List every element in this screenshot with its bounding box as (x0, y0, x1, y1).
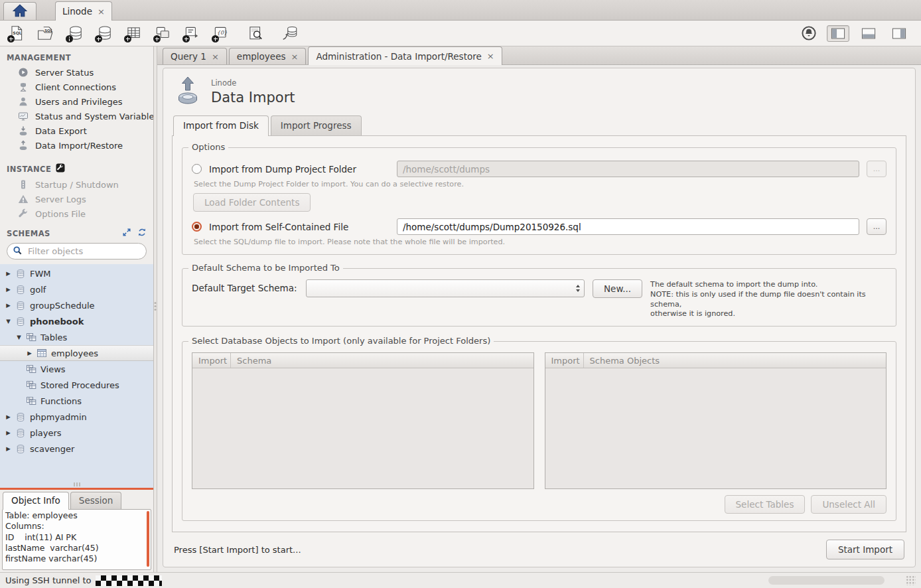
sidebar-item-client-connections[interactable]: Client Connections (0, 80, 153, 94)
new-schema-button[interactable]: New... (593, 279, 642, 298)
load-folder-contents-button[interactable]: Load Folder Contents (193, 193, 311, 212)
main-area: Query 1 × employees × Administration - D… (157, 46, 921, 572)
select-tables-button[interactable]: Select Tables (725, 495, 806, 514)
close-icon[interactable]: × (291, 52, 299, 61)
combo-spinner-icon[interactable] (576, 280, 580, 297)
new-sql-tab-icon[interactable] (7, 24, 27, 42)
connection-tab-linode[interactable]: Linode × (55, 1, 112, 21)
horizontal-scrollbar[interactable] (768, 576, 885, 585)
expander-collapsed-icon[interactable]: ▶ (5, 302, 12, 309)
import-dump-folder-radio[interactable] (192, 164, 202, 174)
reconnect-db-icon[interactable] (280, 24, 300, 42)
expander-collapsed-icon[interactable]: ▶ (5, 413, 12, 420)
schema-filter-input[interactable] (27, 246, 141, 257)
browse-folder-button[interactable]: ... (867, 161, 886, 177)
tree-item-fwm[interactable]: ▶ FWM (0, 265, 153, 281)
default-schema-legend: Default Schema to be Imported To (188, 263, 343, 273)
tree-item-players[interactable]: ▶ players (0, 425, 153, 441)
tree-item-views[interactable]: Views (0, 361, 153, 377)
create-view-icon[interactable] (153, 24, 173, 42)
tree-item-functions[interactable]: Functions (0, 393, 153, 409)
default-target-schema-combo[interactable] (306, 279, 585, 297)
tree-item-phonebook[interactable]: ▼ phonebook (0, 313, 153, 329)
sidebar-item-label: Data Import/Restore (35, 141, 123, 151)
create-schema-icon[interactable] (94, 24, 114, 42)
sidebar-item-server-logs[interactable]: Server Logs (0, 192, 153, 206)
client-connections-icon (18, 82, 29, 92)
sidebar-item-options-file[interactable]: Options File (0, 206, 153, 221)
column-header-import[interactable]: Import (192, 353, 231, 368)
tree-item-stored-procedures[interactable]: Stored Procedures (0, 377, 153, 393)
info-panel-scrollbar[interactable] (147, 511, 149, 567)
create-procedure-icon[interactable] (182, 24, 202, 42)
import-self-contained-radio[interactable] (192, 222, 202, 232)
start-import-button[interactable]: Start Import (826, 540, 904, 559)
sidebar-horizontal-splitter[interactable] (0, 488, 153, 490)
dump-folder-path-input[interactable] (397, 161, 859, 177)
page-title: Data Import (211, 90, 295, 106)
create-table-icon[interactable] (123, 24, 143, 42)
tab-import-from-disk[interactable]: Import from Disk (173, 115, 269, 136)
sidebar-vertical-splitter[interactable] (154, 46, 157, 572)
expander-expanded-icon[interactable]: ▼ (15, 334, 23, 340)
tree-item-phpmyadmin[interactable]: ▶ phpmyadmin (0, 409, 153, 425)
tab-session[interactable]: Session (70, 492, 122, 509)
sidebar-item-data-import[interactable]: Data Import/Restore (0, 138, 153, 153)
self-contained-file-input[interactable] (397, 218, 859, 235)
column-header-schema-objects[interactable]: Schema Objects (584, 356, 660, 366)
tab-query-1[interactable]: Query 1 × (163, 48, 227, 64)
expander-collapsed-icon[interactable]: ▶ (5, 445, 12, 452)
close-icon[interactable]: × (212, 52, 219, 61)
tree-item-tables[interactable]: ▼ Tables (0, 329, 153, 345)
search-objects-icon[interactable] (246, 24, 265, 42)
toggle-bottom-panel-button[interactable] (857, 25, 880, 42)
toggle-left-panel-button[interactable] (827, 25, 849, 42)
alarm-icon[interactable] (799, 24, 819, 42)
expander-collapsed-icon[interactable]: ▶ (5, 286, 12, 293)
expander-collapsed-icon[interactable]: ▶ (26, 350, 33, 356)
default-target-schema-label: Default Target Schema: (192, 279, 298, 293)
close-icon[interactable]: × (98, 7, 105, 16)
sidebar-item-server-status[interactable]: Server Status (0, 65, 153, 80)
schema-icon (15, 428, 27, 438)
options-group: Options Import from Dump Project Folder … (182, 147, 896, 255)
object-info-line: ID int(11) AI PK (5, 532, 143, 543)
create-function-icon[interactable] (211, 24, 231, 42)
tree-item-label: phonebook (30, 317, 84, 327)
tab-object-info[interactable]: Object Info (3, 492, 69, 510)
resize-grip-icon[interactable] (906, 575, 916, 585)
tab-employees[interactable]: employees × (229, 48, 307, 64)
sidebar-item-status-variables[interactable]: Status and System Variables (0, 109, 153, 123)
schema-inspector-icon[interactable] (65, 24, 85, 42)
object-info-line: lastName varchar(45) (5, 543, 143, 553)
tab-import-progress[interactable]: Import Progress (271, 115, 362, 135)
column-header-schema[interactable]: Schema (231, 356, 271, 366)
tree-item-employees[interactable]: ▶ employees (0, 345, 153, 361)
sidebar-item-users-privileges[interactable]: Users and Privileges (0, 94, 153, 109)
sidebar-item-data-export[interactable]: Data Export (0, 123, 153, 138)
browse-file-button[interactable]: ... (867, 218, 886, 235)
expand-panel-icon[interactable] (122, 228, 131, 239)
tree-item-label: Views (40, 364, 66, 374)
home-tab[interactable] (3, 2, 36, 20)
column-header-import[interactable]: Import (545, 353, 584, 368)
expander-collapsed-icon[interactable]: ▶ (5, 429, 12, 436)
tab-administration-data-import[interactable]: Administration - Data Import/Restore × (308, 46, 502, 65)
wrench-badge-icon (56, 163, 65, 175)
unselect-all-button[interactable]: Unselect All (811, 495, 886, 514)
close-icon[interactable]: × (487, 52, 494, 60)
table-header: Import Schema Objects (545, 353, 886, 368)
data-import-icon (18, 140, 29, 151)
toggle-right-panel-button[interactable] (888, 25, 910, 42)
splitter-grip (74, 482, 80, 486)
instance-section-title: INSTANCE (0, 153, 153, 177)
tree-item-groupschedule[interactable]: ▶ groupSchedule (0, 297, 153, 313)
tree-item-scavenger[interactable]: ▶ scavenger (0, 441, 153, 457)
refresh-schemas-icon[interactable] (137, 228, 147, 239)
expander-collapsed-icon[interactable]: ▶ (5, 270, 12, 277)
open-sql-script-icon[interactable] (36, 24, 56, 42)
tree-item-golf[interactable]: ▶ golf (0, 281, 153, 297)
expander-expanded-icon[interactable]: ▼ (5, 318, 12, 325)
sidebar-item-startup-shutdown[interactable]: Startup / Shutdown (0, 177, 153, 192)
tab-label: Query 1 (171, 51, 206, 62)
